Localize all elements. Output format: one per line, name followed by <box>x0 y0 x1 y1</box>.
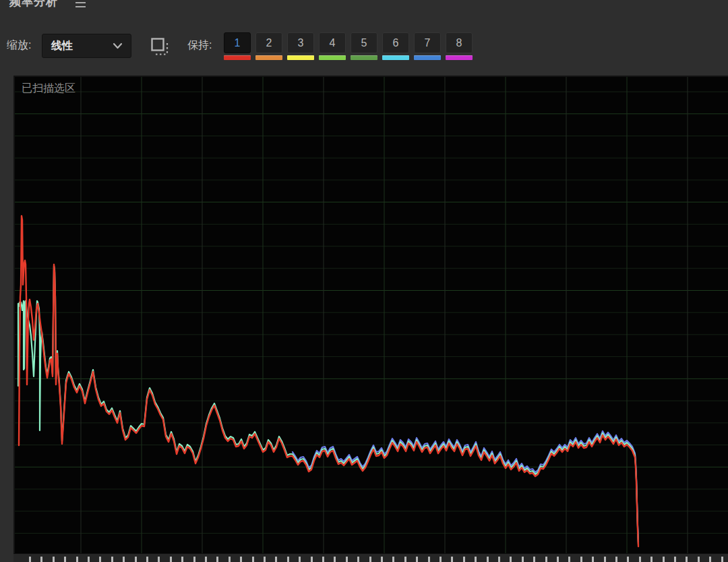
ruler-tick <box>346 557 348 562</box>
hold-color-swatch-3 <box>287 55 314 60</box>
ruler-tick <box>686 557 688 562</box>
hold-color-swatch-6 <box>382 55 409 60</box>
ruler-tick <box>229 557 231 562</box>
hold-item: 6 <box>382 32 409 60</box>
ruler-tick <box>463 557 465 562</box>
scale-select[interactable]: 线性 <box>42 34 131 58</box>
ruler-tick <box>416 557 418 562</box>
ruler-tick <box>64 557 66 562</box>
ruler-tick <box>404 557 406 562</box>
hold-button-7[interactable]: 7 <box>414 32 441 53</box>
hold-color-swatch-4 <box>319 55 346 60</box>
ruler-tick <box>216 557 218 562</box>
hold-button-group: 12345678 <box>224 32 473 60</box>
hold-color-swatch-7 <box>414 55 441 60</box>
toolbar: 缩放: 线性 保持: 12345678 <box>0 30 728 69</box>
ruler-tick <box>533 557 535 562</box>
hold-button-1[interactable]: 1 <box>224 32 251 53</box>
ruler-tick <box>88 557 90 562</box>
ruler-tick <box>240 557 242 562</box>
ruler-tick <box>264 557 266 562</box>
ruler-tick <box>439 557 442 562</box>
ruler-tick <box>392 557 394 562</box>
ruler-tick <box>381 557 383 562</box>
ruler-tick <box>76 557 78 562</box>
hold-item: 4 <box>319 32 346 60</box>
panel-title: 频率分析 <box>9 0 58 9</box>
ruler-tick <box>639 557 641 562</box>
ruler-tick <box>275 557 277 562</box>
ruler-tick <box>299 557 301 562</box>
ruler-tick <box>369 557 371 562</box>
ruler-tick <box>322 557 324 562</box>
hold-item: 2 <box>255 32 282 60</box>
ruler-tick <box>545 557 547 562</box>
ruler-tick <box>53 557 55 562</box>
chevron-down-icon <box>113 42 123 50</box>
scanned-selection-label: 已扫描选区 <box>22 82 75 96</box>
ruler-tick <box>627 557 629 562</box>
ruler-tick <box>475 557 477 562</box>
ruler-tick <box>334 557 336 562</box>
ruler-tick <box>193 557 195 562</box>
ruler-tick <box>663 557 665 562</box>
hold-button-3[interactable]: 3 <box>287 32 314 53</box>
ruler-tick <box>615 557 617 562</box>
ruler-tick <box>158 557 160 562</box>
ruler-tick <box>674 557 676 562</box>
hold-button-6[interactable]: 6 <box>382 32 409 53</box>
ruler-tick <box>40 557 42 562</box>
ruler-tick <box>29 557 31 562</box>
ruler-tick <box>451 557 453 562</box>
hold-item: 8 <box>446 32 473 60</box>
ruler-tick <box>287 557 289 562</box>
ruler-tick <box>146 557 148 562</box>
ruler-tick <box>181 557 183 562</box>
scale-label: 缩放: <box>7 38 31 53</box>
ruler-tick <box>580 557 582 562</box>
ruler-tick <box>557 557 559 562</box>
ruler-tick <box>252 557 254 562</box>
ruler-tick <box>604 557 606 562</box>
spectrum-svg <box>15 77 728 555</box>
scan-selection-icon[interactable] <box>148 35 171 58</box>
ruler-tick <box>111 557 113 562</box>
ruler-tick <box>99 557 101 562</box>
ruler-tick <box>487 557 489 562</box>
ruler-tick <box>170 557 172 562</box>
ruler-tick <box>510 557 512 562</box>
ruler-tick <box>135 557 137 562</box>
ruler-tick <box>709 557 711 562</box>
hold-color-swatch-2 <box>255 55 282 60</box>
hold-button-2[interactable]: 2 <box>255 32 282 53</box>
hold-item: 3 <box>287 32 314 60</box>
hold-button-8[interactable]: 8 <box>446 32 473 53</box>
panel-titlebar: 频率分析 <box>0 0 728 11</box>
hold-item: 5 <box>351 32 377 60</box>
hold-label: 保持: <box>187 38 212 53</box>
spectrum-chart[interactable]: 已扫描选区 <box>13 76 728 553</box>
hold-color-swatch-8 <box>446 55 473 60</box>
ruler-tick <box>498 557 500 562</box>
hold-color-swatch-5 <box>351 55 377 60</box>
ruler-tick <box>721 557 723 562</box>
frequency-ruler <box>13 553 728 562</box>
scale-select-value: 线性 <box>51 39 73 53</box>
ruler-tick <box>205 557 207 562</box>
ruler-tick <box>568 557 570 562</box>
ruler-tick <box>357 557 359 562</box>
panel-menu-hamburger-icon[interactable] <box>75 0 86 7</box>
hold-item: 7 <box>414 32 441 60</box>
hold-button-4[interactable]: 4 <box>319 32 346 53</box>
ruler-tick <box>522 557 524 562</box>
ruler-tick <box>123 557 125 562</box>
hold-item: 1 <box>224 32 251 60</box>
ruler-tick <box>428 557 430 562</box>
ruler-tick <box>650 557 653 562</box>
hold-color-swatch-1 <box>224 55 251 60</box>
ruler-tick <box>592 557 594 562</box>
hold-button-5[interactable]: 5 <box>351 32 377 53</box>
ruler-tick <box>698 557 700 562</box>
ruler-tick <box>311 557 313 562</box>
